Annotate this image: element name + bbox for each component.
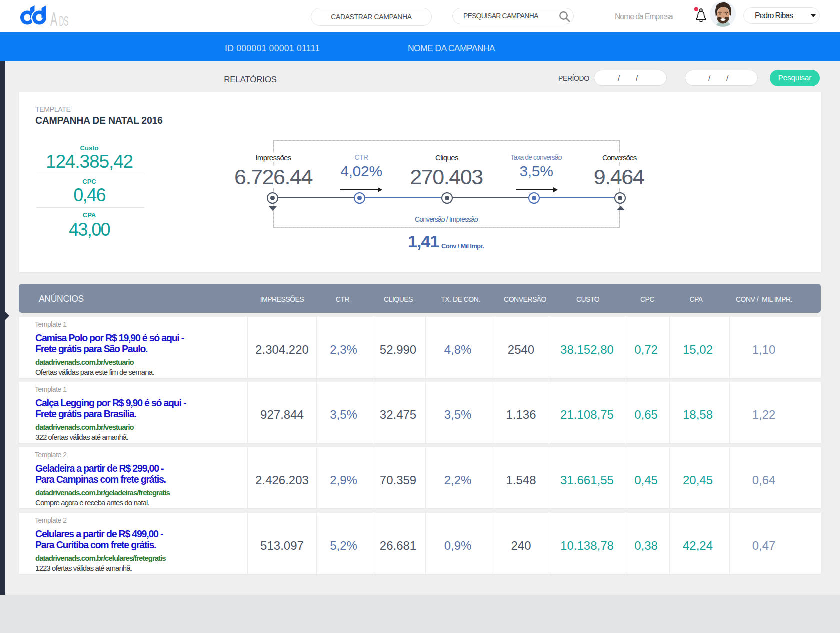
svg-text:A: A [50,8,58,26]
svg-text:DS: DS [60,14,69,26]
